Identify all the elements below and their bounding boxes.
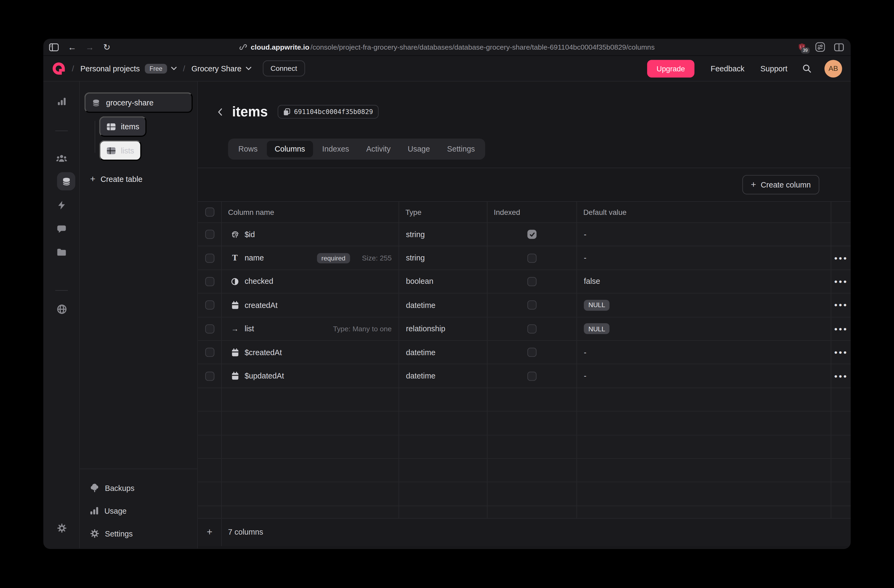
rail-overview-button[interactable] xyxy=(44,97,80,106)
extensions-settings-button[interactable] xyxy=(815,42,825,52)
breadcrumb-app[interactable]: Grocery Share xyxy=(191,64,251,73)
sidebar-item-settings[interactable]: Settings xyxy=(90,522,133,545)
row-checkbox[interactable] xyxy=(205,301,214,310)
table-row: createdAt datetime NULL ●●● xyxy=(198,294,850,317)
database-icon xyxy=(61,176,71,186)
lightning-bolt-icon xyxy=(58,201,66,210)
browser-chrome: ← → ↻ cloud.appwrite.io/console/project-… xyxy=(44,39,851,56)
default-value: - xyxy=(584,254,586,262)
empty-row xyxy=(198,435,850,459)
table-id-badge[interactable]: 691104bc0004f35b0829 xyxy=(278,105,379,119)
row-checkbox[interactable] xyxy=(205,348,214,357)
sliders-icon xyxy=(815,42,825,52)
adblock-extension-button[interactable]: 39 xyxy=(798,42,806,51)
column-name: checked xyxy=(245,277,273,286)
rail-auth-button[interactable] xyxy=(44,154,80,163)
text-type-icon: T xyxy=(231,254,240,262)
table-id-value: 691104bc0004f35b0829 xyxy=(294,108,373,116)
column-header-indexed: Indexed xyxy=(488,208,520,217)
plan-badge: Free xyxy=(145,63,167,73)
rail-databases-button[interactable] xyxy=(57,172,76,190)
add-column-quick-button[interactable]: + xyxy=(207,528,212,537)
rail-settings-button[interactable] xyxy=(44,523,80,533)
row-checkbox[interactable] xyxy=(205,253,214,262)
rail-network-button[interactable] xyxy=(44,305,80,314)
row-actions-button[interactable]: ●●● xyxy=(834,326,848,332)
indexed-checkbox[interactable] xyxy=(527,324,537,333)
table-footer: + 7 columns xyxy=(198,519,850,546)
tab-indexes[interactable]: Indexes xyxy=(314,141,357,157)
null-badge: NULL xyxy=(584,323,610,334)
tab-settings[interactable]: Settings xyxy=(439,141,483,157)
table-icon xyxy=(107,147,116,154)
breadcrumb-separator: / xyxy=(72,64,74,73)
breadcrumb-project[interactable]: Personal projects Free xyxy=(80,63,177,73)
users-icon xyxy=(56,154,67,163)
indexed-checkbox[interactable] xyxy=(527,348,537,357)
boolean-toggle-icon xyxy=(231,277,240,286)
tab-activity[interactable]: Activity xyxy=(358,141,399,157)
reload-icon: ↻ xyxy=(103,43,110,51)
feedback-link[interactable]: Feedback xyxy=(711,64,744,73)
rail-functions-button[interactable] xyxy=(44,201,80,210)
column-header-name: Column name xyxy=(222,208,274,217)
row-actions-button[interactable]: ●●● xyxy=(834,302,848,308)
sidebar-item-lists-table[interactable]: lists xyxy=(99,140,142,161)
create-table-button[interactable]: + Create table xyxy=(90,174,142,184)
back-button[interactable]: ← xyxy=(68,43,77,51)
row-checkbox[interactable] xyxy=(205,371,214,381)
row-actions-button[interactable]: ●●● xyxy=(834,255,848,261)
page-title: items xyxy=(232,104,268,120)
rail-messaging-button[interactable] xyxy=(44,225,80,233)
required-badge: required xyxy=(317,253,350,263)
forward-button[interactable]: → xyxy=(86,43,94,51)
split-view-button[interactable] xyxy=(834,43,844,51)
tab-usage[interactable]: Usage xyxy=(400,141,438,157)
row-checkbox[interactable] xyxy=(205,277,214,286)
column-name: $id xyxy=(245,230,255,239)
reload-button[interactable]: ↻ xyxy=(103,43,110,51)
indexed-checkbox[interactable] xyxy=(527,301,537,310)
row-checkbox[interactable] xyxy=(205,324,214,333)
row-actions-button[interactable]: ●●● xyxy=(834,350,848,355)
table-name: lists xyxy=(121,146,134,155)
link-icon xyxy=(239,44,247,51)
backups-label: Backups xyxy=(105,484,134,492)
url-host: cloud.appwrite.io xyxy=(251,43,310,51)
default-value: false xyxy=(584,277,600,286)
indexed-checkbox[interactable] xyxy=(527,277,537,286)
indexed-checkbox-checked[interactable] xyxy=(527,230,537,239)
create-column-button[interactable]: + Create column xyxy=(742,175,819,194)
appwrite-logo[interactable] xyxy=(52,62,65,75)
select-all-checkbox[interactable] xyxy=(205,208,214,217)
tab-rows[interactable]: Rows xyxy=(231,141,266,157)
row-actions-button[interactable]: ●●● xyxy=(834,373,848,379)
sidebar-toggle-button[interactable] xyxy=(49,43,59,51)
empty-row xyxy=(198,459,850,482)
back-button[interactable] xyxy=(216,106,225,118)
column-name: name xyxy=(245,254,264,262)
search-button[interactable] xyxy=(802,63,812,73)
row-actions-button[interactable]: ●●● xyxy=(834,279,848,284)
tab-columns[interactable]: Columns xyxy=(267,141,313,157)
desktop-background: ← → ↻ cloud.appwrite.io/console/project-… xyxy=(0,0,894,588)
plus-icon: + xyxy=(90,174,95,184)
rail-storage-button[interactable] xyxy=(44,249,80,256)
connect-button[interactable]: Connect xyxy=(263,60,305,77)
url-bar[interactable]: cloud.appwrite.io/console/project-fra-gr… xyxy=(239,43,655,51)
row-checkbox[interactable] xyxy=(205,230,214,239)
indexed-checkbox[interactable] xyxy=(527,253,537,262)
bar-chart-icon xyxy=(57,97,66,106)
icon-rail xyxy=(44,81,80,548)
sidebar-item-backups[interactable]: Backups xyxy=(90,477,134,499)
sidebar-item-items-table[interactable]: items xyxy=(99,116,147,137)
indexed-checkbox[interactable] xyxy=(527,371,537,381)
sidebar-toggle-icon xyxy=(49,43,59,51)
upgrade-button[interactable]: Upgrade xyxy=(647,60,695,77)
support-link[interactable]: Support xyxy=(760,64,787,73)
calendar-icon xyxy=(231,348,240,357)
table-row: $updatedAt datetime - ●●● xyxy=(198,365,850,388)
sidebar-item-usage[interactable]: Usage xyxy=(90,499,127,522)
sidebar-database-item[interactable]: grocery-share xyxy=(85,92,193,113)
avatar[interactable]: AB xyxy=(825,60,842,77)
